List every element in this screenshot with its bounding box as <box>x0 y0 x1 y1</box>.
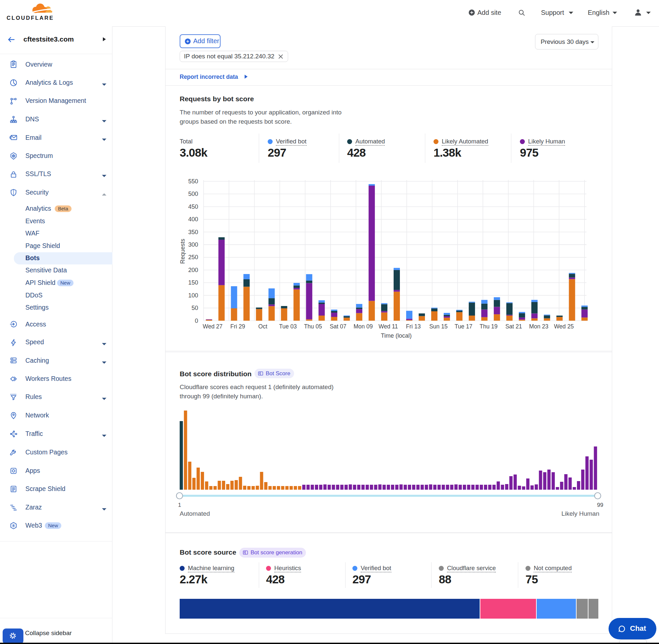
svg-text:Thu 05: Thu 05 <box>304 323 322 330</box>
svg-text:Oct: Oct <box>258 323 267 330</box>
svg-text:300: 300 <box>188 242 198 248</box>
svg-text:150: 150 <box>188 279 198 286</box>
svg-text:50: 50 <box>191 305 198 311</box>
svg-text:Sun 15: Sun 15 <box>429 323 447 330</box>
svg-text:Fri 29: Fri 29 <box>231 323 245 330</box>
svg-text:Wed 25: Wed 25 <box>554 323 573 330</box>
svg-text:Wed 27: Wed 27 <box>203 323 222 330</box>
svg-text:99: 99 <box>597 502 603 508</box>
svg-text:Wed 11: Wed 11 <box>378 323 398 330</box>
svg-text:550: 550 <box>188 178 198 185</box>
svg-text:400: 400 <box>188 216 198 223</box>
svg-text:250: 250 <box>188 254 198 260</box>
svg-text:0: 0 <box>195 318 198 324</box>
svg-text:Fri 13: Fri 13 <box>406 323 421 330</box>
svg-text:Sat 07: Sat 07 <box>330 323 347 330</box>
svg-text:450: 450 <box>188 204 198 210</box>
svg-text:Mon 23: Mon 23 <box>529 323 548 330</box>
svg-text:Thu 19: Thu 19 <box>480 323 497 330</box>
svg-text:Likely Human: Likely Human <box>561 510 599 517</box>
svg-text:500: 500 <box>188 190 198 197</box>
svg-text:350: 350 <box>188 229 198 235</box>
svg-text:Sat 21: Sat 21 <box>505 323 522 330</box>
svg-text:200: 200 <box>188 267 198 273</box>
svg-text:Automated: Automated <box>180 510 210 517</box>
svg-text:1: 1 <box>178 502 181 508</box>
svg-text:Mon 09: Mon 09 <box>353 323 373 330</box>
svg-text:Tue 17: Tue 17 <box>455 323 472 330</box>
svg-text:100: 100 <box>188 292 198 299</box>
svg-text:Time (local): Time (local) <box>381 332 411 339</box>
svg-text:Tue 03: Tue 03 <box>279 323 297 330</box>
svg-text:Requests: Requests <box>179 239 186 264</box>
